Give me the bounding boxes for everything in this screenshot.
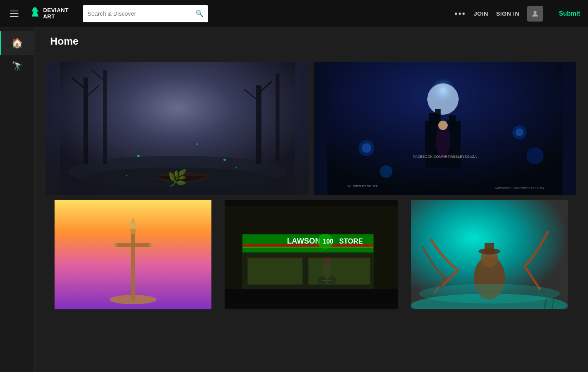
- svg-text:FACEBOOK.COM/ARTWESLEYSOUZA: FACEBOOK.COM/ARTWESLEYSOUZA: [495, 187, 544, 190]
- svg-point-16: [196, 143, 198, 145]
- art-witch-image: FACEBOOK.COM/ARTWESLEYSOUZA W · WESLEY S…: [314, 62, 576, 195]
- svg-point-49: [131, 218, 134, 224]
- submit-button[interactable]: Submit: [559, 10, 580, 17]
- svg-rect-28: [449, 115, 456, 125]
- gallery-row-2: LAWSON STORE 100: [46, 200, 576, 309]
- header-left: DEVIANT ART 🔍: [8, 5, 208, 22]
- search-bar[interactable]: 🔍: [83, 5, 208, 22]
- svg-point-31: [438, 121, 448, 130]
- art-swamp-image: [46, 62, 309, 195]
- sidebar-item-browse[interactable]: 🔭: [0, 55, 34, 78]
- svg-point-25: [427, 83, 459, 115]
- svg-point-36: [526, 147, 544, 164]
- logo[interactable]: DEVIANT ART: [27, 7, 69, 21]
- art-creature-image: [403, 200, 576, 309]
- search-icon: 🔍: [196, 10, 203, 17]
- svg-rect-69: [242, 256, 374, 258]
- more-options-button[interactable]: •••: [454, 9, 466, 19]
- deviantart-logo-icon: [27, 7, 41, 21]
- header-divider: [551, 7, 551, 21]
- svg-rect-5: [83, 78, 88, 164]
- sidebar-item-home[interactable]: 🏠: [0, 31, 34, 55]
- page-title: Home: [50, 35, 572, 47]
- svg-point-18: [126, 175, 127, 176]
- svg-rect-44: [115, 243, 151, 247]
- svg-point-15: [137, 155, 140, 157]
- gallery-item-convenience[interactable]: LAWSON STORE 100: [225, 200, 398, 309]
- gallery-row-1: FACEBOOK.COM/ARTWESLEYSOUZA W · WESLEY S…: [46, 62, 576, 195]
- svg-rect-62: [248, 258, 302, 284]
- svg-marker-0: [32, 7, 39, 16]
- svg-rect-43: [131, 231, 135, 300]
- svg-point-46: [113, 243, 117, 247]
- header: DEVIANT ART 🔍 ••• JOIN SIGN IN Submit: [0, 0, 588, 27]
- page-header: Home: [34, 27, 588, 54]
- svg-point-19: [236, 167, 237, 168]
- sidebar: 🏠 🔭: [0, 27, 34, 372]
- join-button[interactable]: JOIN: [474, 10, 488, 17]
- browse-icon: 🔭: [12, 61, 22, 71]
- home-icon: 🏠: [11, 38, 23, 49]
- art-cross-image: [46, 200, 220, 309]
- svg-rect-70: [225, 289, 398, 303]
- svg-text:FACEBOOK.COM/ARTWESLEYSOUZA: FACEBOOK.COM/ARTWESLEYSOUZA: [413, 155, 477, 159]
- svg-text:100: 100: [323, 238, 333, 245]
- svg-point-68: [323, 257, 330, 264]
- svg-point-17: [223, 159, 226, 161]
- svg-point-4: [80, 168, 276, 191]
- svg-rect-29: [435, 109, 441, 123]
- svg-point-35: [515, 128, 523, 136]
- content: Home: [34, 27, 588, 372]
- svg-rect-6: [103, 70, 107, 164]
- svg-rect-76: [485, 243, 494, 253]
- svg-rect-55: [243, 247, 373, 248]
- svg-point-47: [149, 243, 152, 247]
- svg-rect-7: [256, 85, 261, 164]
- user-icon: [531, 9, 539, 18]
- signin-button[interactable]: SIGN IN: [496, 10, 519, 17]
- logo-text: DEVIANT ART: [43, 7, 69, 20]
- avatar-button[interactable]: [527, 6, 543, 22]
- gallery-item-swamp[interactable]: [46, 62, 309, 195]
- svg-point-37: [380, 165, 392, 178]
- svg-point-1: [534, 11, 536, 13]
- svg-point-79: [419, 284, 560, 303]
- search-input[interactable]: [87, 10, 196, 17]
- header-right: ••• JOIN SIGN IN Submit: [454, 6, 580, 22]
- svg-text:LAWSON: LAWSON: [287, 237, 320, 245]
- hamburger-menu-button[interactable]: [8, 9, 20, 19]
- svg-text:W · WESLEY SOUZA: W · WESLEY SOUZA: [347, 184, 378, 188]
- svg-text:STORE: STORE: [339, 237, 363, 245]
- gallery-item-cross[interactable]: [46, 200, 220, 309]
- gallery: FACEBOOK.COM/ARTWESLEYSOUZA W · WESLEY S…: [34, 54, 588, 317]
- art-convenience-image: LAWSON STORE 100: [225, 200, 398, 309]
- svg-point-33: [362, 143, 371, 153]
- svg-rect-8: [276, 74, 279, 160]
- gallery-item-creature[interactable]: [403, 200, 576, 309]
- main-layout: 🏠 🔭 Home: [0, 27, 588, 372]
- gallery-item-witch[interactable]: FACEBOOK.COM/ARTWESLEYSOUZA W · WESLEY S…: [314, 62, 576, 195]
